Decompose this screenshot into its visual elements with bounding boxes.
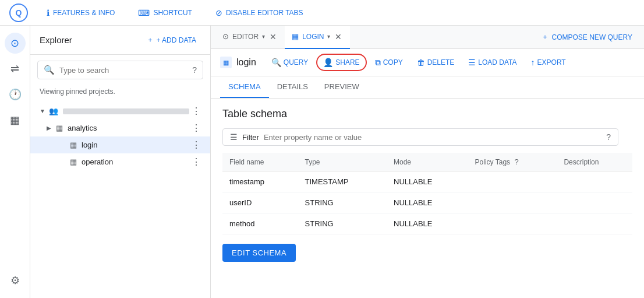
search-box: 🔍 ? [37, 61, 203, 79]
type-timestamp: TIMESTAMP [298, 171, 387, 192]
load-data-button[interactable]: ☰ LOAD DATA [462, 55, 522, 70]
plus-icon: ＋ [147, 35, 154, 45]
col-description: Description [557, 153, 632, 171]
filter-bar: ☰ Filter ? [222, 128, 618, 146]
tree-operation-item[interactable]: ▦ operation ⋮ [30, 153, 210, 170]
sidebar-chart-btn[interactable]: ▦ [5, 110, 26, 131]
load-label: LOAD DATA [478, 58, 516, 66]
tree-more-operation[interactable]: ⋮ [192, 156, 201, 167]
sidebar-filter-btn[interactable]: ⇌ [5, 58, 26, 79]
logo-icon: Q [16, 8, 22, 17]
add-data-button[interactable]: ＋ + ADD DATA [142, 33, 201, 47]
tab-login[interactable]: ▦ LOGIN ▾ ✕ [285, 26, 350, 49]
query-button[interactable]: 🔍 QUERY [266, 55, 314, 70]
table-row: method STRING NULLABLE [222, 213, 632, 234]
col-policytags: Policy Tags ? [468, 153, 557, 171]
tab-bar: ⊙ EDITOR ▾ ✕ ▦ LOGIN ▾ ✕ ＋ COMPOSE NEW Q… [211, 26, 644, 49]
action-bar: ▦ login 🔍 QUERY 👤 SHARE ⧉ COPY 🗑 DELETE … [211, 49, 644, 76]
top-nav: Q ℹ FEATURES & INFO ⌨ SHORTCUT ⊘ DISABLE… [0, 0, 644, 26]
dataset-icon: ▦ [56, 124, 63, 132]
mode-userid: NULLABLE [387, 192, 468, 213]
table-icon-operation: ▦ [70, 157, 77, 166]
share-button[interactable]: 👤 SHARE [316, 54, 366, 71]
tab-preview-label: PREVIEW [324, 82, 359, 91]
desc-timestamp [557, 171, 632, 192]
share-icon: 👤 [323, 58, 333, 67]
search-icon: 🔍 [44, 65, 55, 75]
type-method: STRING [298, 213, 387, 234]
table-name: login [236, 57, 256, 68]
team-icon: 👥 [49, 107, 58, 115]
login-tab-close[interactable]: ✕ [334, 31, 343, 43]
export-button[interactable]: ↑ EXPORT [525, 55, 572, 70]
copy-button[interactable]: ⧉ COPY [369, 55, 409, 71]
search-input[interactable] [59, 66, 187, 75]
tree-analytics-label: analytics [68, 124, 189, 132]
field-method: method [222, 213, 298, 234]
login-tab-arrow[interactable]: ▾ [327, 33, 330, 40]
disable-editor-nav[interactable]: ⊘ DISABLE EDITOR TABS [211, 6, 308, 20]
policy-userid [468, 192, 557, 213]
explorer-panel: Explorer ＋ + ADD DATA 🔍 ? Viewing pinned… [30, 26, 211, 298]
sidebar-history-btn[interactable]: 🕐 [5, 84, 26, 105]
schema-area: Table schema ☰ Filter ? Field name Type … [211, 99, 644, 298]
content-tabs: SCHEMA DETAILS PREVIEW [211, 76, 644, 99]
content-area: ⊙ EDITOR ▾ ✕ ▦ LOGIN ▾ ✕ ＋ COMPOSE NEW Q… [211, 26, 644, 298]
pinned-text: Viewing pinned projects. [30, 85, 210, 100]
load-icon: ☰ [468, 58, 476, 67]
help-icon[interactable]: ? [192, 65, 197, 75]
shortcut-nav[interactable]: ⌨ SHORTCUT [133, 6, 196, 20]
tree-analytics-item[interactable]: ▶ ▦ analytics ⋮ [30, 120, 210, 136]
editor-tab-icon: ⊙ [222, 32, 229, 41]
delete-button[interactable]: 🗑 DELETE [411, 55, 461, 70]
tree-operation-label: operation [82, 157, 189, 166]
mode-method: NULLABLE [387, 213, 468, 234]
delete-icon: 🗑 [417, 58, 425, 67]
table-row: timestamp TIMESTAMP NULLABLE [222, 171, 632, 192]
tab-schema[interactable]: SCHEMA [220, 76, 269, 98]
tree-arrow-root: ▼ [40, 108, 47, 114]
mode-timestamp: NULLABLE [387, 171, 468, 192]
keyboard-icon: ⌨ [138, 8, 150, 17]
tab-details[interactable]: DETAILS [269, 76, 316, 98]
export-label: EXPORT [537, 58, 566, 66]
disable-label: DISABLE EDITOR TABS [226, 9, 303, 17]
tree-login-item[interactable]: ▦ login ⋮ [30, 136, 210, 153]
table-icon-login: ▦ [70, 141, 77, 149]
editor-tab-arrow[interactable]: ▾ [262, 33, 265, 40]
login-tab-label: LOGIN [302, 33, 324, 41]
features-info-label: FEATURES & INFO [53, 9, 115, 17]
table-row: userID STRING NULLABLE [222, 192, 632, 213]
col-type: Type [298, 153, 387, 171]
app-logo[interactable]: Q [9, 3, 28, 22]
tab-preview[interactable]: PREVIEW [316, 76, 367, 98]
table-icon-sq: ▦ [220, 57, 232, 68]
col-fieldname: Field name [222, 153, 298, 171]
tab-schema-label: SCHEMA [228, 82, 261, 91]
main-layout: ⊙ ⇌ 🕐 ▦ ⚙ Explorer ＋ + ADD DATA 🔍 ? View… [0, 26, 644, 298]
policy-tags-help-icon[interactable]: ? [514, 157, 518, 166]
editor-tab-label: EDITOR [232, 33, 259, 41]
features-info-nav[interactable]: ℹ FEATURES & INFO [42, 6, 119, 20]
editor-tab-close[interactable]: ✕ [268, 31, 278, 43]
tree-more-root[interactable]: ⋮ [192, 106, 201, 117]
desc-userid [557, 192, 632, 213]
filter-help-icon[interactable]: ? [606, 132, 611, 142]
tree-more-login[interactable]: ⋮ [192, 139, 201, 150]
icon-sidebar: ⊙ ⇌ 🕐 ▦ ⚙ [0, 26, 30, 298]
schema-table: Field name Type Mode Policy Tags ? Descr… [222, 153, 632, 234]
sidebar-search-btn[interactable]: ⊙ [5, 33, 26, 54]
tree-more-analytics[interactable]: ⋮ [192, 122, 201, 134]
tab-editor[interactable]: ⊙ EDITOR ▾ ✕ [215, 26, 285, 49]
sidebar-settings-btn[interactable]: ⚙ [5, 270, 26, 291]
field-userid: userID [222, 192, 298, 213]
compose-label: COMPOSE NEW QUERY [552, 33, 632, 41]
tree-root-item[interactable]: ▼ 👥 ⋮ [30, 103, 210, 120]
policy-timestamp [468, 171, 557, 192]
add-data-label: + ADD DATA [156, 36, 196, 44]
filter-input[interactable] [264, 133, 601, 142]
compose-query-button[interactable]: ＋ COMPOSE NEW QUERY [535, 29, 639, 45]
tree-login-label: login [82, 141, 189, 149]
tree-root-label-hidden [63, 108, 189, 114]
edit-schema-button[interactable]: EDIT SCHEMA [222, 244, 296, 262]
